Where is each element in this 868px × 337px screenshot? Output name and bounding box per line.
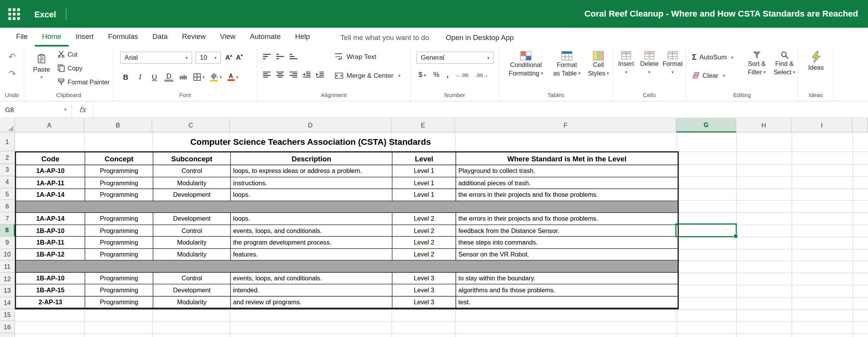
row-header-2[interactable]: 2	[0, 151, 15, 164]
delete-cells-button[interactable]: Delete ▾	[638, 51, 661, 76]
cell-C10[interactable]: Modularity	[153, 249, 231, 261]
align-middle-button[interactable]	[276, 54, 285, 60]
cell-A2[interactable]: Code	[16, 153, 85, 165]
cell-A10[interactable]: 1B-AP-12	[16, 249, 85, 261]
currency-format-button[interactable]: $▾	[418, 71, 426, 79]
cell-B3[interactable]: Programming	[85, 165, 153, 177]
undo-button[interactable]: ↶	[7, 51, 18, 62]
cell-E12[interactable]: Level 3	[393, 272, 456, 284]
row-header-7[interactable]: 7	[0, 213, 15, 225]
conditional-formatting-button[interactable]: Conditional Formatting▾	[504, 51, 548, 77]
cell-F12[interactable]: to stay within the boundary.	[456, 272, 678, 284]
cell-C12[interactable]: Control	[153, 272, 231, 284]
row-header-13[interactable]: 13	[0, 285, 15, 297]
open-in-desktop-button[interactable]: Open in Desktop App	[446, 28, 514, 47]
select-all-button[interactable]	[0, 118, 15, 132]
format-painter-button[interactable]: Format Painter	[58, 78, 110, 86]
cell-D5[interactable]: loops.	[231, 189, 392, 201]
fill-color-button[interactable]: ▾	[210, 73, 222, 81]
align-bottom-button[interactable]	[290, 54, 298, 60]
column-header-B[interactable]: B	[84, 118, 152, 132]
column-header-G[interactable]: G	[676, 118, 736, 132]
borders-button[interactable]: ▾	[193, 73, 205, 81]
cell-B12[interactable]: Programming	[85, 272, 153, 284]
cell-F8[interactable]: feedback from the Distance Sensor.	[456, 225, 678, 237]
cell-C13[interactable]: Development	[153, 284, 231, 296]
align-top-button[interactable]	[263, 54, 272, 60]
cell-E3[interactable]: Level 1	[393, 165, 456, 177]
cell-F14[interactable]: test.	[456, 296, 678, 308]
double-underline-button[interactable]: D	[165, 73, 173, 81]
cell-B10[interactable]: Programming	[85, 249, 153, 261]
increase-decimal-button[interactable]: ←.00	[456, 72, 468, 78]
cell-B4[interactable]: Programming	[85, 177, 153, 189]
paste-button[interactable]: Paste ▾	[29, 49, 54, 84]
cell-F10[interactable]: Sensor on the VR Robot.	[456, 249, 678, 261]
cell-D2[interactable]: Description	[231, 153, 392, 165]
strikethrough-button[interactable]: ab	[179, 73, 188, 81]
row-header-5[interactable]: 5	[0, 188, 15, 200]
align-center-button[interactable]	[276, 72, 285, 78]
cell-A9[interactable]: 1B-AP-11	[16, 237, 85, 249]
increase-indent-button[interactable]	[316, 72, 325, 78]
ideas-button[interactable]: Ideas	[803, 51, 829, 71]
cell-E9[interactable]: Level 2	[393, 237, 456, 249]
row-header-10[interactable]: 10	[0, 249, 15, 261]
format-as-table-button[interactable]: Format as Table▾	[551, 51, 583, 77]
tell-me-button[interactable]: Tell me what you want to do	[340, 28, 429, 47]
cell-F13[interactable]: algorithms and fix those problems.	[456, 284, 678, 296]
cell-A8[interactable]: 1B-AP-10	[16, 225, 85, 237]
row-header-6[interactable]: 6	[0, 200, 15, 212]
cell-A4[interactable]: 1A-AP-11	[16, 177, 85, 189]
cell-C4[interactable]: Modularity	[153, 177, 231, 189]
cell-D13[interactable]: intended.	[231, 284, 392, 296]
underline-button[interactable]: U	[150, 73, 159, 81]
cell-B14[interactable]: Programming	[85, 296, 153, 308]
insert-cells-button[interactable]: Insert ▾	[615, 51, 637, 76]
row-header-1[interactable]: 1	[0, 132, 15, 151]
font-size-select[interactable]: 10 ▾	[195, 52, 221, 64]
row-header-4[interactable]: 4	[0, 176, 15, 188]
row-header-11[interactable]: 11	[0, 261, 15, 273]
cell-F3[interactable]: Playground to collect trash.	[456, 165, 678, 177]
number-format-select[interactable]: General ▾	[416, 52, 494, 64]
cell-B9[interactable]: Programming	[85, 237, 153, 249]
copy-button[interactable]: Copy	[58, 64, 83, 72]
cell-A14[interactable]: 2-AP-13	[16, 296, 85, 308]
cell-A6[interactable]	[16, 201, 678, 213]
column-header-A[interactable]: A	[15, 118, 84, 132]
cell-E10[interactable]: Level 2	[393, 249, 456, 261]
formula-input[interactable]	[93, 101, 868, 117]
menu-tab-help[interactable]: Help	[288, 28, 317, 47]
find-select-button[interactable]: Find & Select▾	[772, 51, 797, 76]
menu-tab-insert[interactable]: Insert	[68, 28, 101, 47]
row-header-14[interactable]: 14	[0, 297, 15, 309]
cell-D10[interactable]: features.	[231, 249, 392, 261]
cell-styles-button[interactable]: Cell Styles▾	[586, 51, 611, 77]
cell-E14[interactable]: Level 3	[393, 296, 456, 308]
italic-button[interactable]: I	[136, 73, 145, 82]
row-header-15[interactable]: 15	[0, 309, 15, 321]
format-cells-button[interactable]: Format ▾	[661, 51, 684, 76]
app-launcher-icon[interactable]	[8, 8, 20, 20]
menu-tab-review[interactable]: Review	[175, 28, 213, 47]
cell-F2[interactable]: Where Standard is Met in the Level	[456, 153, 678, 165]
menu-tab-home[interactable]: Home	[35, 28, 68, 47]
cell-D3[interactable]: loops, to express ideas or address a pro…	[231, 165, 392, 177]
column-header-E[interactable]: E	[392, 118, 455, 132]
cell-F7[interactable]: the errors in their projects and fix tho…	[456, 213, 678, 225]
cell-C7[interactable]: Development	[153, 213, 231, 225]
cell-B7[interactable]: Programming	[85, 213, 153, 225]
cell-C2[interactable]: Subconcept	[153, 153, 231, 165]
column-header-F[interactable]: F	[455, 118, 676, 132]
cell-A5[interactable]: 1A-AP-14	[16, 189, 85, 201]
column-header-C[interactable]: C	[152, 118, 230, 132]
cell-D12[interactable]: events, loops, and conditionals.	[231, 272, 392, 284]
cell-A12[interactable]: 1B-AP-10	[16, 272, 85, 284]
cell-C3[interactable]: Control	[153, 165, 231, 177]
decrease-decimal-button[interactable]: .00→	[476, 72, 488, 78]
cell-C5[interactable]: Development	[153, 189, 231, 201]
name-box[interactable]: G8 ▾	[0, 101, 72, 117]
cell-E13[interactable]: Level 3	[393, 284, 456, 296]
merge-center-button[interactable]: Merge & Center ▾	[335, 72, 401, 79]
